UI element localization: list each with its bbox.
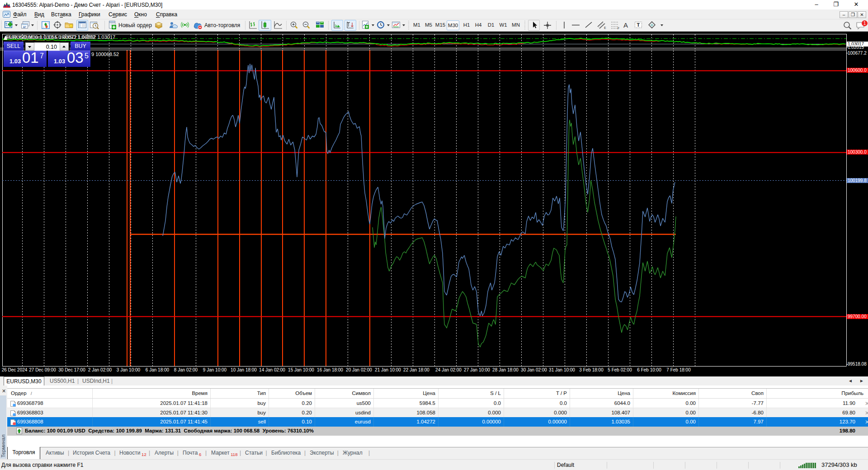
svg-text:T: T: [637, 22, 640, 28]
svg-text:E: E: [604, 26, 606, 29]
svg-text:F: F: [618, 27, 619, 30]
